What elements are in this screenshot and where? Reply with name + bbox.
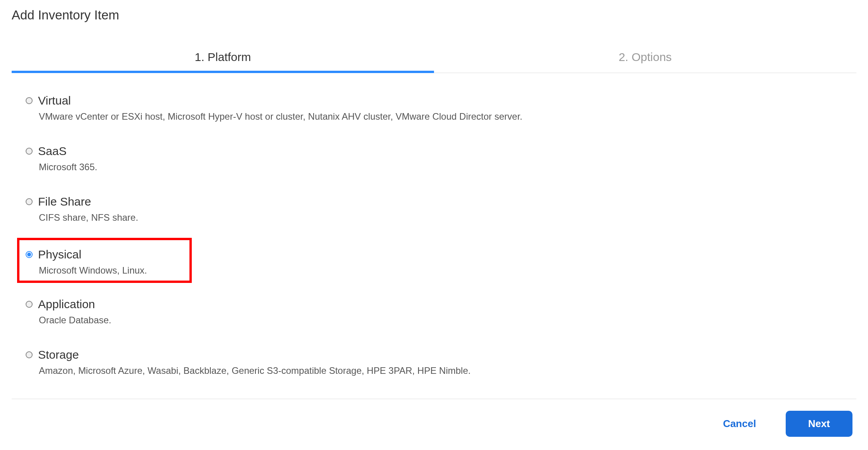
option-title: Storage	[38, 348, 79, 361]
option-desc: Microsoft 365.	[39, 162, 842, 173]
option-desc: Oracle Database.	[39, 315, 842, 326]
radio-saas[interactable]	[26, 148, 33, 155]
option-row: Storage	[26, 348, 842, 361]
option-row: Physical	[26, 248, 183, 261]
option-row: Application	[26, 298, 842, 311]
tab-options[interactable]: 2. Options	[434, 45, 856, 73]
tab-platform[interactable]: 1. Platform	[12, 45, 434, 73]
option-fileshare[interactable]: File Share CIFS share, NFS share.	[26, 195, 842, 223]
option-row: SaaS	[26, 145, 842, 158]
next-button[interactable]: Next	[786, 411, 852, 437]
radio-storage[interactable]	[26, 351, 33, 358]
radio-application[interactable]	[26, 301, 33, 308]
platform-options: Virtual VMware vCenter or ESXi host, Mic…	[12, 73, 856, 376]
option-title: Application	[38, 298, 95, 311]
option-title: File Share	[38, 195, 91, 208]
wizard-footer: Cancel Next	[12, 399, 856, 437]
option-desc: VMware vCenter or ESXi host, Microsoft H…	[39, 111, 842, 122]
option-title: SaaS	[38, 145, 66, 158]
option-application[interactable]: Application Oracle Database.	[26, 298, 842, 326]
dialog-title: Add Inventory Item	[12, 8, 856, 23]
option-saas[interactable]: SaaS Microsoft 365.	[26, 145, 842, 173]
radio-fileshare[interactable]	[26, 198, 33, 205]
radio-physical[interactable]	[26, 251, 33, 258]
option-title: Virtual	[38, 94, 71, 107]
cancel-button[interactable]: Cancel	[704, 411, 774, 437]
option-physical[interactable]: Physical Microsoft Windows, Linux.	[17, 238, 192, 283]
option-row: File Share	[26, 195, 842, 208]
wizard-tabs: 1. Platform 2. Options	[12, 45, 856, 73]
option-row: Virtual	[26, 94, 842, 107]
option-title: Physical	[38, 248, 82, 261]
option-virtual[interactable]: Virtual VMware vCenter or ESXi host, Mic…	[26, 94, 842, 122]
option-desc: Microsoft Windows, Linux.	[39, 265, 183, 276]
option-desc: CIFS share, NFS share.	[39, 212, 842, 223]
option-desc: Amazon, Microsoft Azure, Wasabi, Backbla…	[39, 365, 842, 376]
option-storage[interactable]: Storage Amazon, Microsoft Azure, Wasabi,…	[26, 348, 842, 376]
radio-virtual[interactable]	[26, 97, 33, 104]
